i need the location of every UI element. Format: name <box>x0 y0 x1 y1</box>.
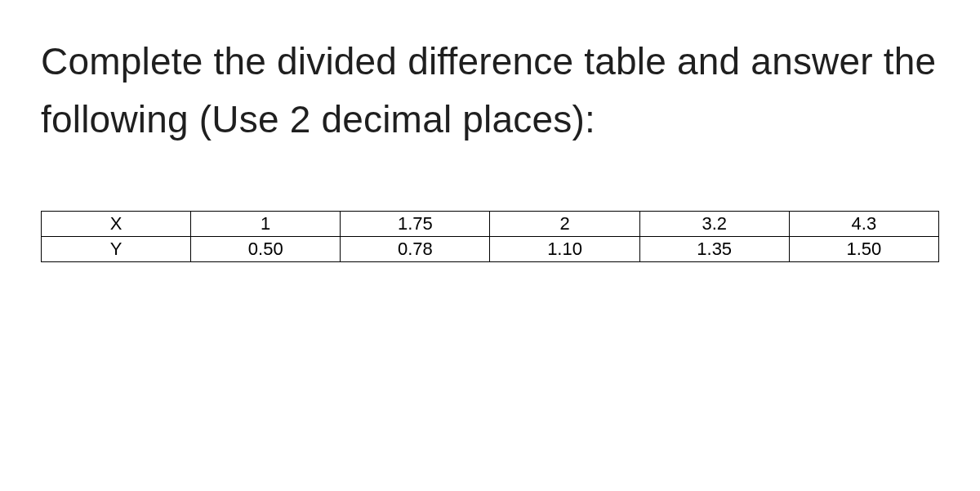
table-row: Y 0.50 0.78 1.10 1.35 1.50 <box>42 236 939 261</box>
table-cell: 0.50 <box>191 236 341 261</box>
data-table: X 1 1.75 2 3.2 4.3 Y 0.50 0.78 1.10 1.35… <box>41 211 939 262</box>
instruction-text: Complete the divided difference table an… <box>41 33 939 150</box>
table-cell: 3.2 <box>639 211 789 236</box>
row-label: X <box>42 211 191 236</box>
table-cell: 1.75 <box>341 211 490 236</box>
table-cell: 1 <box>191 211 341 236</box>
row-label: Y <box>42 236 191 261</box>
table-cell: 4.3 <box>789 211 938 236</box>
table-cell: 1.50 <box>789 236 938 261</box>
table-row: X 1 1.75 2 3.2 4.3 <box>42 211 939 236</box>
table-cell: 1.10 <box>490 236 639 261</box>
table-cell: 1.35 <box>639 236 789 261</box>
table-cell: 0.78 <box>341 236 490 261</box>
table-cell: 2 <box>490 211 639 236</box>
